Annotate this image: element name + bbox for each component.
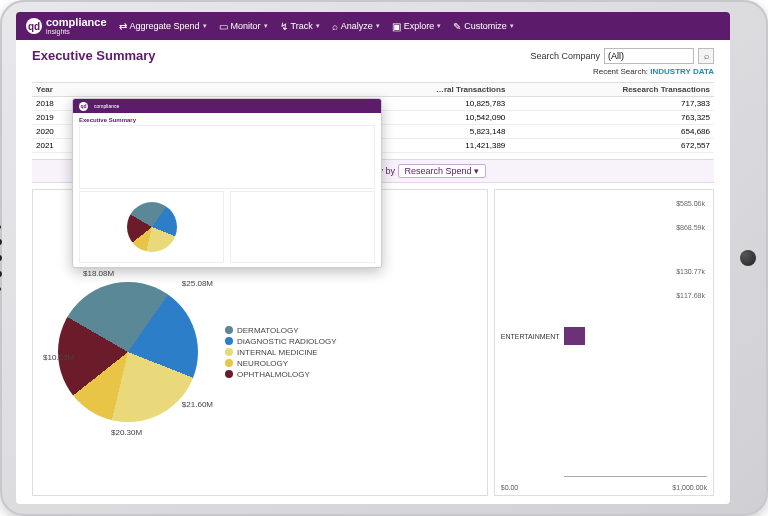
cell-research: 763,325 bbox=[505, 113, 710, 122]
hbar-plot[interactable]: $585.06k $868.59k $130.77k $117.68k bbox=[564, 196, 707, 477]
header-row: Executive Summary Search Company ⌕ Recen… bbox=[32, 48, 714, 76]
nav-monitor[interactable]: ▭ Monitor ▾ bbox=[219, 21, 268, 32]
search-area: Search Company ⌕ Recent Search: INDUSTRY… bbox=[530, 48, 714, 76]
overlay-mini-pie bbox=[127, 202, 177, 252]
cell-research: 672,557 bbox=[505, 141, 710, 150]
legend-item[interactable]: NEUROLOGY bbox=[225, 359, 337, 368]
swatch-icon bbox=[225, 370, 233, 378]
ytick: $585.06k bbox=[676, 200, 705, 207]
swatch-icon bbox=[225, 348, 233, 356]
brand-logo-icon: qd bbox=[26, 18, 42, 34]
nav-label: Explore bbox=[404, 21, 435, 31]
ytick: $117.68k bbox=[676, 292, 705, 299]
hbar-xaxis: $0.00 $1,000.00k bbox=[501, 484, 707, 491]
legend-item[interactable]: DERMATOLOGY bbox=[225, 326, 337, 335]
brand-subtitle: insights bbox=[46, 28, 107, 35]
hbar bbox=[564, 327, 586, 345]
aggregate-spend-icon: ⇄ bbox=[119, 21, 127, 32]
nav-customize[interactable]: ✎ Customize ▾ bbox=[453, 21, 514, 32]
pie-graphic bbox=[58, 282, 198, 422]
slice-label-internal-medicine: $21.60M bbox=[182, 400, 213, 409]
explore-icon: ▣ bbox=[392, 21, 401, 32]
tablet-speaker-dots bbox=[0, 225, 2, 291]
nav-label: Analyze bbox=[341, 21, 373, 31]
legend-label: OPHTHALMOLOGY bbox=[237, 370, 310, 379]
specialty-by-dropdown[interactable]: Research Spend ▾ bbox=[398, 164, 487, 178]
hbar-category-label: ENTERTAINMENT bbox=[501, 333, 560, 340]
col-research-transactions[interactable]: Research Transactions bbox=[505, 85, 710, 94]
chevron-down-icon: ▾ bbox=[474, 166, 479, 176]
overlay-mini-table bbox=[79, 125, 375, 189]
app-screen: qd compliance insights ⇄ Aggregate Spend… bbox=[16, 12, 730, 504]
tablet-frame: qd compliance insights ⇄ Aggregate Spend… bbox=[0, 0, 768, 516]
recent-search-value[interactable]: INDUSTRY DATA bbox=[650, 67, 714, 76]
pie-chart[interactable]: $18.08M $25.08M $21.60M $20.30M $10.13M bbox=[43, 267, 213, 437]
slice-label-diagnostic-radiology: $20.30M bbox=[111, 428, 142, 437]
monitor-icon: ▭ bbox=[219, 21, 228, 32]
page-title: Executive Summary bbox=[32, 48, 156, 63]
overlay-title: Executive Summary bbox=[79, 117, 375, 123]
legend-label: NEUROLOGY bbox=[237, 359, 288, 368]
legend-item[interactable]: DIAGNOSTIC RADIOLOGY bbox=[225, 337, 337, 346]
overlay-mini-pie-panel bbox=[79, 191, 224, 263]
slice-label-neurology: $10.13M bbox=[43, 353, 74, 362]
chevron-down-icon: ▾ bbox=[376, 22, 380, 30]
xaxis-min: $0.00 bbox=[501, 484, 519, 491]
track-icon: ↯ bbox=[280, 21, 288, 32]
cell-research: 654,686 bbox=[505, 127, 710, 136]
swatch-icon bbox=[225, 337, 233, 345]
search-label: Search Company bbox=[530, 51, 600, 61]
overlay-topbar: qd compliance bbox=[73, 99, 381, 113]
brand[interactable]: qd compliance insights bbox=[26, 17, 107, 35]
chevron-down-icon: ▾ bbox=[437, 22, 441, 30]
chevron-down-icon: ▾ bbox=[510, 22, 514, 30]
cell-research: 717,383 bbox=[505, 99, 710, 108]
xaxis-max: $1,000.00k bbox=[672, 484, 707, 491]
overlay-mini-dashboard[interactable]: qd compliance Executive Summary bbox=[72, 98, 382, 268]
nav-label: Aggregate Spend bbox=[130, 21, 200, 31]
nav-aggregate-spend[interactable]: ⇄ Aggregate Spend ▾ bbox=[119, 21, 207, 32]
customize-icon: ✎ bbox=[453, 21, 461, 32]
slice-label-ophthalmology: $18.08M bbox=[83, 269, 114, 278]
overlay-body: Executive Summary bbox=[73, 113, 381, 267]
slice-label-dermatology: $25.08M bbox=[182, 279, 213, 288]
overlay-mini-right-panel bbox=[230, 191, 375, 263]
brand-name: compliance bbox=[46, 17, 107, 28]
recent-search-line: Recent Search: INDUSTRY DATA bbox=[530, 67, 714, 76]
legend-label: INTERNAL MEDICINE bbox=[237, 348, 318, 357]
chevron-down-icon: ▾ bbox=[203, 22, 207, 30]
col-year[interactable]: Year bbox=[36, 85, 96, 94]
content-area: Executive Summary Search Company ⌕ Recen… bbox=[16, 40, 730, 504]
legend-item[interactable]: OPHTHALMOLOGY bbox=[225, 370, 337, 379]
nav-label: Customize bbox=[464, 21, 507, 31]
search-button[interactable]: ⌕ bbox=[698, 48, 714, 64]
top-nav-bar: qd compliance insights ⇄ Aggregate Spend… bbox=[16, 12, 730, 40]
swatch-icon bbox=[225, 326, 233, 334]
nav-label: Track bbox=[291, 21, 313, 31]
search-icon: ⌕ bbox=[704, 51, 709, 61]
swatch-icon bbox=[225, 359, 233, 367]
search-input[interactable] bbox=[604, 48, 694, 64]
chevron-down-icon: ▾ bbox=[316, 22, 320, 30]
col-ral-transactions[interactable]: …ral Transactions bbox=[301, 85, 506, 94]
nav-track[interactable]: ↯ Track ▾ bbox=[280, 21, 320, 32]
nav-explore[interactable]: ▣ Explore ▾ bbox=[392, 21, 442, 32]
overlay-brand-name: compliance bbox=[94, 103, 119, 109]
table-header: Year …ral Transactions Research Transact… bbox=[32, 83, 714, 97]
nav-label: Monitor bbox=[231, 21, 261, 31]
pie-legend: DERMATOLOGY DIAGNOSTIC RADIOLOGY INTERNA… bbox=[225, 326, 337, 379]
analyze-icon: ⌕ bbox=[332, 21, 338, 32]
tablet-home-button[interactable] bbox=[740, 250, 756, 266]
specialty-by-value: Research Spend bbox=[405, 166, 472, 176]
chevron-down-icon: ▾ bbox=[264, 22, 268, 30]
nav-analyze[interactable]: ⌕ Analyze ▾ bbox=[332, 21, 380, 32]
recent-search-label: Recent Search: bbox=[593, 67, 648, 76]
brand-logo-icon: qd bbox=[79, 102, 88, 111]
entertainment-bar-panel: ENTERTAINMENT $585.06k $868.59k $130.77k… bbox=[494, 189, 714, 496]
ytick: $868.59k bbox=[676, 224, 705, 231]
ytick: $130.77k bbox=[676, 268, 705, 275]
legend-label: DIAGNOSTIC RADIOLOGY bbox=[237, 337, 337, 346]
legend-item[interactable]: INTERNAL MEDICINE bbox=[225, 348, 337, 357]
legend-label: DERMATOLOGY bbox=[237, 326, 299, 335]
